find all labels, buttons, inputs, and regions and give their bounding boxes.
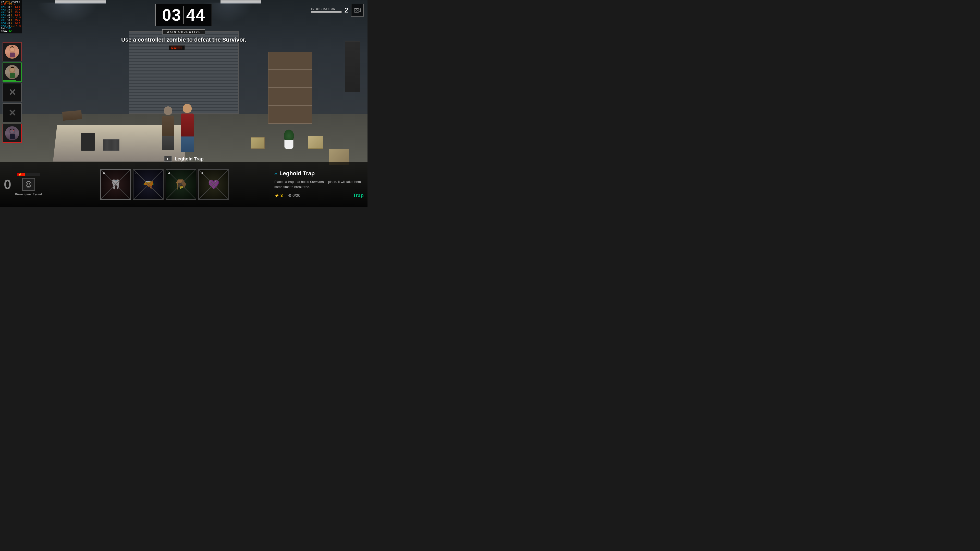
svg-rect-4 <box>10 52 15 57</box>
slot-1-x-overlay <box>101 170 130 199</box>
bioweapon-label: Bioweapon: Tyrant <box>15 193 42 196</box>
stat-line: CPU: 39 3: 4780 <box>1 9 21 11</box>
stat-line: CPU: 38 13: 4780 <box>1 17 21 19</box>
slot-2-x-overlay <box>134 170 163 199</box>
survivor-body <box>181 114 194 137</box>
dead-x-1: ✕ <box>3 83 21 102</box>
energy-cost-value: 3 <box>280 193 283 198</box>
top-right-hud: IN OPERATION 2 <box>311 4 364 17</box>
zombie-legs <box>162 136 174 150</box>
bioweapon-icon[interactable] <box>22 178 35 191</box>
ability-info-title: Leghold Trap <box>280 170 315 177</box>
ability-info-panel: » Leghold Trap Places a trap that holds … <box>270 168 368 201</box>
skull-icon <box>25 181 32 188</box>
svg-point-8 <box>10 68 14 72</box>
zombie-head <box>164 106 172 115</box>
slot-4-x-overlay <box>199 170 228 199</box>
stat-line: CPU: 30 8: 4780 <box>1 19 21 22</box>
plant <box>284 128 294 149</box>
ability-slot-4[interactable]: 3 💜 <box>198 169 229 200</box>
energy-cost-stat: ⚡ 3 <box>274 193 283 198</box>
timer-display: 03 44 <box>155 4 212 26</box>
shelf-row-1 <box>269 52 312 70</box>
portrait-face-villain <box>3 124 21 142</box>
svg-point-2 <box>356 10 357 11</box>
stat-line: CPU: 30 8: 4780 <box>1 22 21 24</box>
stat-line: 03012 60% <box>1 30 21 32</box>
svg-point-15 <box>27 183 28 185</box>
survivor-legs <box>181 137 194 152</box>
portrait-survivor-2[interactable] <box>3 62 22 82</box>
portrait-survivor-1[interactable] <box>3 42 22 61</box>
avatar-female-1 <box>5 44 19 59</box>
system-stats: 59 100% 1015MHz 6171 7008 % CPU: 39 9: 4… <box>0 0 22 33</box>
uses-icon: ⚙ <box>288 193 291 198</box>
uses-stat: ⚙ 0/20 <box>288 193 301 198</box>
action-label: F Leghold Trap <box>164 156 204 162</box>
svg-rect-7 <box>10 73 15 78</box>
dead-x-2: ✕ <box>3 104 21 122</box>
avatar-villain <box>5 126 19 140</box>
portrait-empty-1: ✕ <box>3 83 22 102</box>
svg-point-13 <box>13 130 14 131</box>
stat-line: 59 100% 1015MHz <box>1 1 21 3</box>
character-portraits-panel: ✕ ✕ <box>3 42 22 143</box>
ability-slot-2[interactable]: 3 🔫 <box>133 169 164 200</box>
stat-line: CPU: 39 3: 3280 <box>1 11 21 14</box>
survivor-character <box>177 104 197 144</box>
slot-4-number: 3 <box>201 171 203 175</box>
shelf-row-2 <box>269 70 312 88</box>
cardboard-box-1 <box>251 137 265 149</box>
energy-lightning-icon: ⚡ <box>18 173 22 176</box>
svg-point-5 <box>10 48 14 51</box>
uses-value: 0/20 <box>293 193 301 198</box>
action-ability-name: Leghold Trap <box>175 156 204 162</box>
ceiling-light-2 <box>221 0 261 4</box>
portrait-face-1 <box>3 43 21 61</box>
objective-label: MAIN OBJECTIVE <box>162 29 205 35</box>
ability-slots: 4 🦷 3 🔫 4 🪤 3 <box>59 169 270 200</box>
slot-2-number: 3 <box>135 171 138 175</box>
in-operation-label: IN OPERATION <box>311 8 342 11</box>
portrait-villain[interactable] <box>3 124 22 143</box>
portrait-empty-2: ✕ <box>3 103 22 122</box>
bioweapon-section: ⚡ Bioweapon: Tyrant <box>15 173 42 196</box>
energy-icon: ⚡ <box>274 193 280 198</box>
slot-1-number: 4 <box>103 171 105 175</box>
info-arrows-icon: » <box>274 171 277 176</box>
score-display: 0 <box>4 177 11 192</box>
shelf-row-4 <box>269 106 312 124</box>
ability-info-description: Places a trap that holds Survivors in pl… <box>274 179 364 189</box>
storage-cabinet <box>345 41 360 92</box>
operation-bar-fill <box>311 11 342 13</box>
stat-line: 6171 7008 % <box>1 3 21 6</box>
ability-slot-1[interactable]: 4 🦷 <box>100 169 131 200</box>
bottom-left-section: 0 ⚡ Bioweapon: Tyrant <box>0 170 59 198</box>
ability-info-header: » Leghold Trap <box>274 170 364 177</box>
stat-line: RAM 7366 <box>1 27 21 30</box>
operation-count: 2 <box>344 6 348 14</box>
ability-category-label: Trap <box>353 192 364 198</box>
operation-bar <box>311 11 342 13</box>
stat-line: CPU: 40 6: 4780 <box>1 14 21 17</box>
portrait-face-2 <box>3 63 21 81</box>
ability-info-stats: ⚡ 3 ⚙ 0/20 Trap <box>274 192 364 198</box>
office-chair <box>81 133 95 151</box>
radiator <box>103 139 119 151</box>
stat-line: CPU: 39 9: 4780 <box>1 6 21 9</box>
camera-icon <box>354 7 361 13</box>
action-key-badge: F <box>164 156 172 162</box>
slot-3-x-overlay <box>166 170 196 199</box>
svg-point-16 <box>29 183 30 185</box>
plant-pot <box>285 140 293 149</box>
timer-minutes: 03 <box>162 7 181 23</box>
shelf-row-3 <box>269 88 312 106</box>
objective-text: Use a controlled zombie to defeat the Su… <box>121 37 246 43</box>
file-stack <box>62 110 82 121</box>
svg-point-14 <box>26 181 31 186</box>
character-area <box>140 58 213 144</box>
exit-sign: EXIT! <box>169 45 185 50</box>
svg-rect-0 <box>354 9 359 12</box>
bottom-bar: 0 ⚡ Bioweapon: Tyrant 4 🦷 <box>0 162 368 206</box>
ability-slot-3[interactable]: 4 🪤 <box>165 169 196 200</box>
